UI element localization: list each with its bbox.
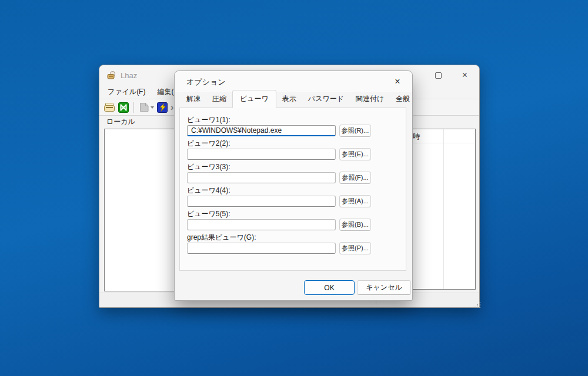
lhaz-logo-icon xyxy=(118,102,129,113)
extract-icon xyxy=(139,102,149,112)
dialog-tabs: 解凍 圧縮 ビューワ 表示 パスワード 関連付け 全般 xyxy=(181,92,406,108)
close-button[interactable]: × xyxy=(452,66,478,85)
options-dialog: オプション × 解凍 圧縮 ビューワ 表示 パスワード 関連付け 全般 ビューワ… xyxy=(174,70,413,301)
tab-password[interactable]: パスワード xyxy=(302,92,350,108)
viewer4-row: ビューワ4(4): 参照(A)... xyxy=(187,186,399,207)
viewer2-label: ビューワ2(2): xyxy=(187,139,399,148)
dialog-title: オプション xyxy=(186,77,226,88)
viewer5-browse-button[interactable]: 参照(B)... xyxy=(339,219,371,231)
resize-grip[interactable] xyxy=(475,302,476,303)
local-pane-label: ローカル xyxy=(106,117,135,127)
viewer3-input[interactable] xyxy=(187,172,336,183)
cancel-button[interactable]: キャンセル xyxy=(357,280,411,295)
close-icon: × xyxy=(395,76,400,87)
ok-button[interactable]: OK xyxy=(304,280,355,295)
window-controls: × xyxy=(425,66,478,85)
viewer3-label: ビューワ3(3): xyxy=(187,162,399,172)
maximize-icon xyxy=(435,72,442,79)
grep-viewer-label: grep結果ビューワ(G): xyxy=(187,233,399,242)
dialog-close-button[interactable]: × xyxy=(387,75,407,89)
close-icon: × xyxy=(462,70,467,80)
lhaz-app-icon xyxy=(106,70,116,80)
viewer-tab-panel: ビューワ1(1): 参照(R)... ビューワ2(2): 参照(E)... ビュ… xyxy=(179,108,406,271)
open-archive-icon xyxy=(103,102,115,112)
grep-viewer-input[interactable] xyxy=(187,243,336,254)
viewer4-browse-button[interactable]: 参照(A)... xyxy=(339,195,371,207)
viewer5-row: ビューワ5(5): 参照(B)... xyxy=(187,209,399,231)
desktop: Lhaz × ファイル(F) 編集(E) 表示(V) xyxy=(0,0,588,376)
extract-dropdown-caret-icon xyxy=(151,106,154,109)
viewer1-input[interactable] xyxy=(187,125,336,136)
tab-viewer[interactable]: ビューワ xyxy=(232,90,276,108)
viewer4-input[interactable] xyxy=(187,196,336,207)
toolbar-divider xyxy=(133,102,134,113)
column-header-date[interactable]: 時 xyxy=(413,132,420,142)
viewer1-label: ビューワ1(1): xyxy=(187,115,399,125)
tab-compress[interactable]: 圧縮 xyxy=(206,92,232,108)
viewer4-label: ビューワ4(4): xyxy=(187,186,399,195)
viewer2-browse-button[interactable]: 参照(E)... xyxy=(339,148,371,160)
tab-display[interactable]: 表示 xyxy=(276,92,302,108)
viewer1-browse-button[interactable]: 参照(R)... xyxy=(339,125,371,137)
tab-general[interactable]: 全般 xyxy=(390,92,416,108)
more-chevron-icon: › xyxy=(171,103,173,112)
viewer2-row: ビューワ2(2): 参照(E)... xyxy=(187,139,399,160)
tab-extract[interactable]: 解凍 xyxy=(181,92,206,108)
maximize-button[interactable] xyxy=(425,66,452,85)
compress-button[interactable] xyxy=(157,101,168,114)
viewer5-input[interactable] xyxy=(187,219,336,230)
dialog-titlebar: オプション × xyxy=(175,71,412,92)
viewer-button[interactable] xyxy=(118,101,129,114)
compress-icon xyxy=(157,102,168,113)
viewer3-browse-button[interactable]: 参照(F)... xyxy=(339,172,371,184)
window-title: Lhaz xyxy=(121,71,137,80)
open-archive-button[interactable] xyxy=(103,101,115,114)
viewer2-input[interactable] xyxy=(187,149,336,160)
toolbar-overflow-button[interactable]: › xyxy=(171,101,173,114)
tab-association[interactable]: 関連付け xyxy=(350,92,390,108)
viewer5-label: ビューワ5(5): xyxy=(187,209,399,219)
grep-viewer-row: grep結果ビューワ(G): 参照(P)... xyxy=(187,233,399,254)
menu-file[interactable]: ファイル(F) xyxy=(102,85,151,99)
viewer1-row: ビューワ1(1): 参照(R)... xyxy=(187,115,399,137)
extract-button[interactable] xyxy=(139,101,154,114)
viewer3-row: ビューワ3(3): 参照(F)... xyxy=(187,162,399,184)
grep-viewer-browse-button[interactable]: 参照(P)... xyxy=(339,242,371,254)
column-divider xyxy=(443,129,444,289)
